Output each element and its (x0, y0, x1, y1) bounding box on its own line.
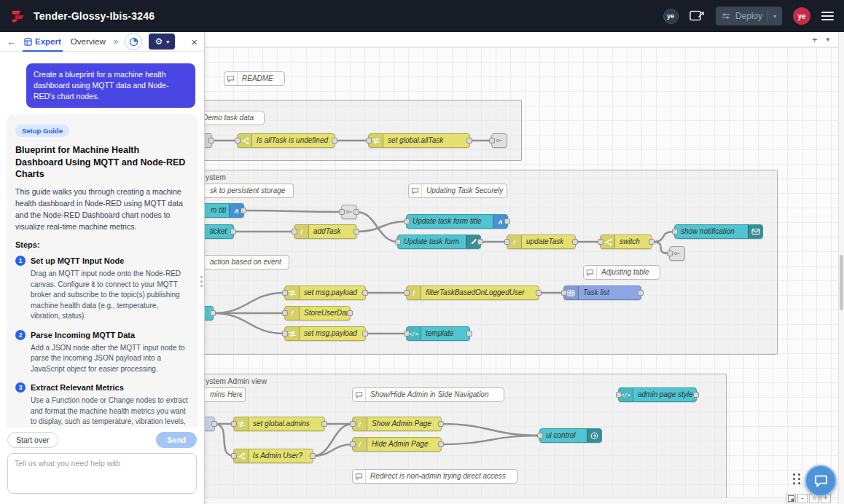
updating-task-securely-comment[interactable]: Updating Task Securely (408, 184, 507, 198)
input-port[interactable] (366, 138, 372, 143)
output-port[interactable] (210, 310, 216, 316)
output-port[interactable] (211, 421, 217, 427)
output-port[interactable] (504, 218, 510, 224)
switch-node[interactable]: switch (600, 235, 652, 249)
flow-group[interactable] (180, 100, 522, 161)
template-node[interactable]: </>template (406, 326, 470, 341)
input-port[interactable] (504, 239, 510, 245)
zoom-out-button[interactable]: − (797, 494, 808, 503)
tab-overview[interactable]: Overview (69, 32, 107, 52)
task-list-node[interactable]: Task list (563, 286, 641, 300)
input-port[interactable] (598, 239, 603, 245)
output-port[interactable] (477, 239, 483, 245)
input-port[interactable] (282, 310, 288, 316)
input-port[interactable] (404, 218, 410, 224)
ticket-node[interactable]: ticket (205, 224, 234, 239)
admin-page-style-node[interactable]: </>admin page style (618, 387, 697, 402)
tabs-overflow-icon[interactable]: » (114, 36, 119, 47)
is-admin-user-node[interactable]: Is Admin User? (233, 449, 313, 463)
input-port[interactable] (489, 138, 495, 143)
output-port[interactable] (353, 229, 359, 235)
team-avatar[interactable]: ye (663, 9, 679, 24)
input-port[interactable] (339, 209, 345, 215)
output-port[interactable] (572, 239, 578, 245)
input-port[interactable] (561, 290, 567, 296)
updatetask-node[interactable]: fupdateTask (507, 235, 576, 249)
sk-to-persistent-storage-comment[interactable]: sk to persistent storage (205, 184, 294, 198)
navigator-toggle-button[interactable] (786, 494, 796, 503)
input-port[interactable] (667, 251, 673, 256)
output-port[interactable] (638, 290, 644, 296)
update-task-form-node[interactable]: Update task form (397, 235, 481, 249)
deploy-button[interactable]: Deploy ▾ (716, 7, 782, 25)
output-port[interactable] (362, 290, 368, 296)
add-flow-button[interactable]: + (812, 35, 818, 44)
adjusting-table-comment[interactable]: Adjusting table (583, 265, 660, 280)
set-global-alltask-node[interactable]: set global.allTask (368, 133, 470, 148)
start-over-button[interactable]: Start over (7, 432, 58, 448)
action-based-on-event-comment[interactable]: action based on event (205, 255, 289, 269)
set-global-admins-node[interactable]: set global.admins (233, 417, 325, 431)
input-port[interactable] (350, 421, 356, 427)
output-port[interactable] (466, 331, 472, 336)
readme-comment[interactable]: README (224, 71, 285, 86)
hide-admin-page-node[interactable]: fHide Admin Page (352, 437, 442, 452)
input-port[interactable] (404, 290, 410, 296)
input-port[interactable] (537, 433, 543, 438)
input-port[interactable] (350, 441, 356, 447)
input-port[interactable] (404, 331, 410, 336)
output-port[interactable] (353, 209, 359, 215)
user-avatar[interactable]: ye (793, 7, 810, 25)
output-port[interactable] (438, 421, 444, 427)
is-alltask-is-undefined-node[interactable]: Is allTask is undefined (237, 133, 335, 148)
output-port[interactable] (536, 290, 542, 296)
input-port[interactable] (235, 138, 241, 143)
addtask-node[interactable]: faddTask (294, 224, 357, 239)
input-port[interactable] (395, 239, 401, 245)
input-port[interactable] (616, 392, 622, 398)
input-port[interactable] (282, 290, 288, 296)
output-port[interactable] (310, 453, 316, 459)
link-node[interactable] (669, 246, 685, 261)
output-port[interactable] (649, 239, 655, 245)
output-port[interactable] (693, 392, 699, 398)
input-port[interactable] (282, 331, 288, 336)
vertical-scrollbar[interactable] (838, 32, 844, 504)
show-hide-admin-in-side-navigation-comment[interactable]: Show/Hide Admin in Side Navigation (352, 387, 504, 402)
input-port[interactable] (231, 453, 237, 459)
output-port[interactable] (466, 138, 472, 143)
scrollbar-thumb[interactable] (840, 255, 843, 310)
output-port[interactable] (321, 421, 327, 427)
set-msg-payload-node[interactable]: set msg.payload (284, 326, 366, 341)
link-node[interactable] (341, 205, 357, 219)
stub-node[interactable] (205, 417, 215, 431)
tab-expert[interactable]: Expert (23, 32, 63, 52)
link-node[interactable] (491, 133, 507, 148)
flow-list-button[interactable]: ▾ (826, 36, 829, 43)
back-icon[interactable]: ← (7, 37, 16, 47)
input-port[interactable] (292, 229, 297, 235)
output-port[interactable] (362, 331, 368, 336)
output-port[interactable] (347, 310, 353, 316)
menu-icon[interactable] (821, 12, 834, 20)
set-msg-payload-node[interactable]: set msg.payload (284, 286, 366, 300)
close-panel-icon[interactable]: × (191, 36, 198, 48)
output-port[interactable] (438, 441, 444, 447)
send-button[interactable]: Send (156, 432, 197, 448)
insights-button[interactable] (125, 33, 142, 50)
open-editor-icon[interactable] (689, 9, 705, 23)
input-port[interactable] (231, 421, 237, 427)
stub-node[interactable] (205, 306, 214, 320)
show-admin-page-node[interactable]: fShow Admin Page (352, 417, 442, 431)
mins-here-comment[interactable]: mins Here (205, 387, 246, 402)
stub-node[interactable] (205, 133, 212, 148)
update-task-form-title-node[interactable]: AUpdate task form title (406, 214, 508, 229)
input-port[interactable] (672, 229, 678, 235)
storeuserdata-node[interactable]: fStoreUserData (284, 306, 351, 320)
chat-drag-handle[interactable] (793, 473, 801, 484)
help-input[interactable] (7, 453, 197, 494)
panel-resize-handle[interactable] (200, 276, 203, 287)
ui-control-node[interactable]: ui control (539, 428, 602, 443)
output-port[interactable] (332, 138, 337, 143)
output-port[interactable] (230, 229, 236, 235)
